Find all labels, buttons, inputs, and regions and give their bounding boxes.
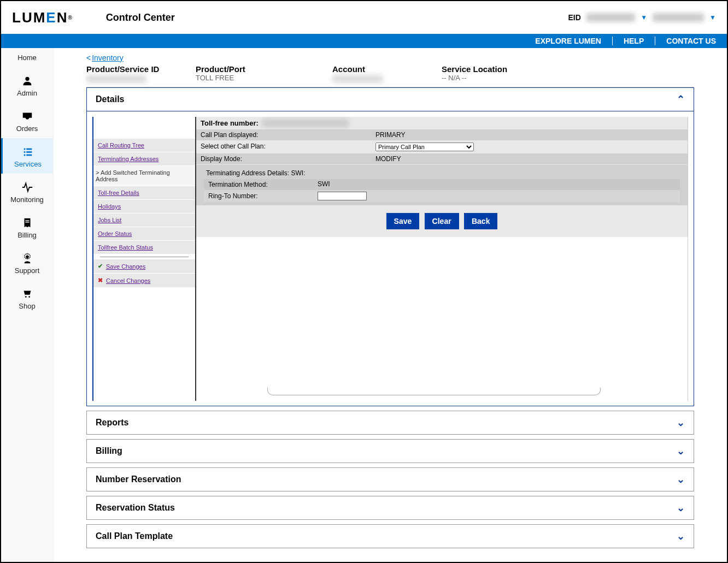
inbox-icon (21, 110, 33, 122)
eid-label: EID (568, 13, 581, 22)
call-plan-select[interactable]: Primary Call Plan (375, 143, 474, 151)
nav-monitoring-label: Monitoring (10, 195, 44, 204)
clear-button[interactable]: Clear (425, 213, 459, 229)
menu-holidays-link[interactable]: Holidays (98, 203, 121, 210)
top-link-bar: EXPLORE LUMEN HELP CONTACT US (1, 34, 727, 48)
service-location-label: Service Location (442, 64, 535, 74)
app-title: Control Center (106, 12, 175, 23)
menu-add-switched-selected[interactable]: Add Switched Terminating Address (93, 166, 195, 186)
menu-terminating-addresses[interactable]: Terminating Addresses (93, 152, 195, 166)
chevron-down-icon[interactable]: ▼ (641, 14, 647, 21)
menu-tollfree-batch-status-link[interactable]: Tollfree Batch Status (98, 244, 153, 251)
termination-method-value: SWI (313, 179, 680, 190)
account-label: Account (332, 64, 425, 74)
chevron-down-icon[interactable]: ⌄ (677, 445, 685, 457)
account-value: XXXXXXX (332, 75, 383, 83)
invoice-icon (21, 217, 33, 229)
menu-tollfree-details[interactable]: Toll-free Details (93, 186, 195, 200)
svg-rect-8 (25, 222, 29, 222)
main-content: <Inventory Product/Service IDXXXXXXXXX P… (54, 48, 727, 562)
separator (612, 37, 613, 45)
help-link[interactable]: HELP (620, 37, 647, 45)
reservation-status-panel-header[interactable]: Reservation Status⌄ (87, 496, 694, 519)
eid-value[interactable]: XXXXXXX (586, 13, 635, 22)
menu-cancel-changes[interactable]: ✖Cancel Changes (93, 274, 195, 288)
menu-tollfree-batch-status[interactable]: Tollfree Batch Status (93, 241, 195, 254)
chevron-down-icon[interactable]: ⌄ (677, 530, 685, 542)
logo-post: N (57, 9, 68, 26)
svg-point-11 (28, 296, 30, 298)
billing-panel-header[interactable]: Billing⌄ (87, 440, 694, 463)
details-body: Call Routing Tree Terminating Addresses … (87, 111, 694, 406)
save-button[interactable]: Save (386, 213, 420, 229)
nav-shop[interactable]: Shop (1, 280, 53, 316)
reservation-status-panel: Reservation Status⌄ (86, 496, 694, 520)
nav-monitoring[interactable]: Monitoring (1, 174, 53, 209)
menu-order-status-link[interactable]: Order Status (98, 230, 132, 237)
gear-user-icon (21, 252, 33, 264)
chevron-down-icon[interactable]: ▼ (709, 14, 716, 21)
menu-jobs-list[interactable]: Jobs List (93, 214, 195, 227)
product-service-id-value: XXXXXXXXX (86, 75, 146, 83)
nav-home[interactable]: Home (1, 48, 53, 67)
user-area: EID XXXXXXX ▼ xxxxxxxxxx ▼ (568, 13, 717, 22)
number-reservation-panel: Number Reservation⌄ (86, 467, 694, 491)
cart-icon (21, 288, 33, 300)
details-panel-header[interactable]: Details ⌃ (87, 88, 694, 111)
menu-cancel-changes-link[interactable]: Cancel Changes (106, 277, 150, 284)
svg-rect-6 (26, 155, 32, 156)
menu-order-status[interactable]: Order Status (93, 227, 195, 241)
separator (655, 37, 655, 45)
details-sidemenu: Call Routing Tree Terminating Addresses … (93, 117, 195, 401)
display-mode-label: Display Mode: (196, 153, 371, 164)
contact-us-link[interactable]: CONTACT US (663, 37, 719, 45)
product-port-value: TOLL FREE (196, 74, 316, 82)
explore-lumen-link[interactable]: EXPLORE LUMEN (532, 37, 604, 45)
breadcrumb-inventory[interactable]: Inventory (92, 54, 124, 62)
termination-method-label: Termination Method: (204, 179, 313, 190)
details-panel: Details ⌃ Call Routing Tree Terminating … (86, 87, 694, 406)
menu-save-changes[interactable]: ✔Save Changes (93, 259, 195, 274)
call-plan-template-panel: Call Plan Template⌄ (86, 524, 694, 548)
bottom-curve-decoration (267, 388, 601, 395)
number-reservation-title: Number Reservation (96, 475, 181, 484)
menu-save-changes-link[interactable]: Save Changes (106, 263, 145, 270)
nav-services[interactable]: Services (1, 138, 53, 174)
ring-to-number-input[interactable] (318, 192, 367, 200)
billing-title: Billing (96, 446, 122, 456)
chevron-up-icon[interactable]: ⌃ (677, 93, 685, 105)
nav-billing[interactable]: Billing (1, 209, 53, 245)
number-reservation-panel-header[interactable]: Number Reservation⌄ (87, 468, 694, 491)
call-plan-template-panel-header[interactable]: Call Plan Template⌄ (87, 525, 694, 548)
reservation-status-title: Reservation Status (96, 503, 175, 513)
menu-jobs-list-link[interactable]: Jobs List (98, 217, 121, 223)
svg-rect-5 (24, 155, 26, 156)
nav-admin[interactable]: Admin (1, 67, 53, 103)
nav-orders[interactable]: Orders (1, 103, 53, 138)
chevron-down-icon[interactable]: ⌄ (677, 502, 685, 514)
user-name[interactable]: xxxxxxxxxx (653, 13, 704, 22)
menu-holidays[interactable]: Holidays (93, 200, 195, 214)
chevron-down-icon[interactable]: ⌄ (677, 417, 685, 429)
menu-terminating-addresses-link[interactable]: Terminating Addresses (98, 156, 158, 162)
details-title: Details (96, 94, 124, 104)
reports-panel-header[interactable]: Reports⌄ (87, 411, 694, 434)
reports-title: Reports (96, 418, 128, 428)
nav-orders-label: Orders (16, 125, 38, 133)
call-plan-displayed-label: Call Plan displayed: (196, 129, 371, 140)
chevron-down-icon[interactable]: ⌄ (677, 473, 685, 485)
reports-panel: Reports⌄ (86, 411, 694, 435)
ring-to-number-label: Ring-To Number: (204, 191, 313, 202)
menu-call-routing-tree[interactable]: Call Routing Tree (93, 139, 195, 152)
tollfree-number-value: XXXXXXX XXXX (262, 119, 349, 127)
menu-tollfree-details-link[interactable]: Toll-free Details (98, 189, 139, 196)
product-service-id-label: Product/Service ID (86, 64, 179, 74)
svg-rect-7 (25, 220, 29, 221)
nav-billing-label: Billing (17, 231, 37, 239)
detail-main: Toll-free number:XXXXXXX XXXX Call Plan … (195, 117, 688, 401)
product-port-label: Product/Port (196, 64, 316, 74)
nav-support[interactable]: Support (1, 245, 53, 280)
menu-call-routing-tree-link[interactable]: Call Routing Tree (98, 142, 144, 149)
back-button[interactable]: Back (464, 213, 497, 229)
svg-rect-1 (24, 149, 26, 150)
